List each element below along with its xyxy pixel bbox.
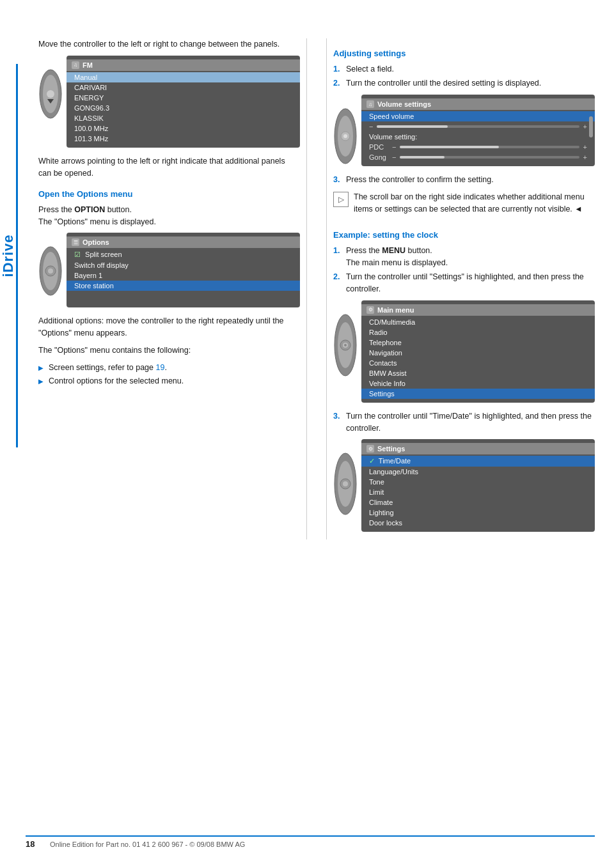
example-heading: Example: setting the clock [333,229,595,242]
settings-row-4: Climate [361,497,595,508]
gong-row: Gong − + [361,152,595,162]
pdc-bar-fill [400,146,498,148]
main-menu-title: Main menu [377,306,414,314]
main-menu-row-2: Telephone [361,337,595,348]
bullet-text-1: Control options for the selected menu. [49,375,184,387]
bullet-arrow-1: ▶ [38,376,45,386]
gong-bar-fill [400,156,445,159]
settings-row-5: Lighting [361,508,595,518]
main-menu-row-1: Radio [361,327,595,337]
pdc-row: PDC − + [361,142,595,152]
controller-icon [38,68,63,120]
options-title-bar: ☰ Options [67,236,300,248]
adjusting-settings-heading: Adjusting settings [333,47,595,60]
example-steps-list: 1. Press the MENU button.The main menu i… [333,245,595,295]
volume-title-bar: ♫ Volume settings [361,98,595,110]
settings-title-bar: ⚙ Settings [361,443,595,454]
controller-settings-icon [333,452,358,516]
controller-main-menu-icon [333,313,358,377]
settings-row-2: Tone [361,477,595,487]
svg-point-7 [48,268,53,274]
page-link-19[interactable]: 19 [155,363,164,372]
example-step-1: 1. Press the MENU button.The main menu i… [333,245,595,269]
settings-screen-section: ⚙ Settings ✓ Time/Date Language/Units To… [333,439,595,532]
main-menu-row-3: Navigation [361,348,595,358]
settings-row-3: Limit [361,487,595,497]
settings-screen: ⚙ Settings ✓ Time/Date Language/Units To… [361,439,595,532]
svg-point-11 [343,134,347,138]
fm-row-3: GONG96.3 [67,103,300,113]
open-options-heading: Open the Options menu [38,188,300,201]
settings-row-6: Door locks [361,518,595,528]
settings-screen-container: ⚙ Settings ✓ Time/Date Language/Units To… [361,439,595,532]
volume-screen-section: ♫ Volume settings Speed volume − + [333,95,595,166]
main-menu-screen: ⚙ Main menu CD/Multimedia Radio Telephon… [361,300,595,403]
settings-title: Settings [377,445,405,453]
controller-volume [333,95,358,165]
fm-row-5: 100.0 MHz [67,123,300,134]
footer-text: Online Edition for Part no. 01 41 2 600 … [50,841,245,848]
idrive-sidebar-tab: iDrive [0,64,18,447]
speed-bar-track [377,125,579,128]
svg-point-20 [343,481,348,486]
step3-item: 3. Press the controller to confirm the s… [333,174,595,186]
svg-point-2 [47,90,54,98]
step3-clock-item: 3. Turn the controller until "Time/Date"… [333,410,595,435]
left-column: Move the controller to the left or right… [38,38,307,539]
fm-row-1: CARIVARI [67,82,300,93]
gong-bar-track [400,156,579,159]
fm-screen: ♫ FM Manual CARIVARI ENERGY GONG96.3 KLA… [67,56,300,148]
options-title: Options [83,238,109,246]
open-options-paragraph: Press the OPTION button. The "Options" m… [38,204,300,228]
example-step-2: 2. Turn the controller until "Settings" … [333,271,595,295]
step3-clock-list: 3. Turn the controller until "Time/Date"… [333,410,595,435]
main-menu-row-6: Vehicle Info [361,378,595,389]
volume-icon: ♫ [366,100,374,108]
scroll-indicator [589,116,593,138]
fm-title: FM [83,61,93,69]
main-menu-row-4: Contacts [361,358,595,368]
main-menu-icon: ⚙ [366,306,374,314]
controller-options-icon [38,245,63,297]
adjusting-steps-list: 1. Select a field. 2. Turn the controlle… [333,63,595,90]
speed-volume-row: Speed volume [361,111,595,121]
speed-volume-bar: − + [361,121,595,132]
controller-settings [333,439,358,516]
additional-options-text: Additional options: move the controller … [38,315,300,339]
fm-row-0: Manual [67,72,300,82]
options-row-1: Switch off display [67,260,300,270]
options-screen-section: ☰ Options ☑ Split screen Switch off disp… [38,233,300,307]
pdc-bar-track [400,146,579,148]
svg-point-16 [344,344,347,346]
scroll-note-box: The scroll bar on the right side indicat… [333,191,595,221]
idrive-label: iDrive [0,234,17,277]
options-icon: ☰ [72,238,79,246]
volume-title: Volume settings [377,100,431,108]
main-menu-row-7: Settings [361,389,595,399]
bullet-arrow-0: ▶ [38,363,45,373]
controller-options [38,233,63,297]
volume-screen: ♫ Volume settings Speed volume − + [361,95,595,166]
volume-screen-container: ♫ Volume settings Speed volume − + [361,95,595,166]
main-menu-screen-section: ⚙ Main menu CD/Multimedia Radio Telephon… [333,300,595,403]
main-menu-screen-container: ⚙ Main menu CD/Multimedia Radio Telephon… [361,300,595,403]
settings-row-1: Language/Units [361,467,595,477]
main-menu-row-0: CD/Multimedia [361,317,595,327]
volume-setting-label: Volume setting: [361,132,595,142]
page-footer: 18 Online Edition for Part no. 01 41 2 6… [26,835,595,849]
speed-bar-fill [377,125,448,128]
controller-left [38,56,63,120]
options-row-0: ☑ Split screen [67,249,300,260]
intro-text: Move the controller to the left or right… [38,38,300,50]
fm-row-2: ENERGY [67,93,300,103]
bullet-item-0: ▶ Screen settings, refer to page 19. [38,362,300,374]
contains-text: The "Options" menu contains the followin… [38,345,300,357]
options-bullet-list: ▶ Screen settings, refer to page 19. ▶ C… [38,362,300,388]
menu-bold: MENU [382,246,405,255]
settings-row-0: ✓ Time/Date [361,456,595,467]
example-step-1-text: Press the MENU button.The main menu is d… [346,245,448,269]
fm-row-6: 101.3 MHz [67,134,300,144]
options-menu-displayed: The "Options" menu is displayed. [38,217,156,226]
fm-screen-container: ♫ FM Manual CARIVARI ENERGY GONG96.3 KLA… [67,56,300,148]
bullet-text-0: Screen settings, refer to page 19. [49,362,167,374]
